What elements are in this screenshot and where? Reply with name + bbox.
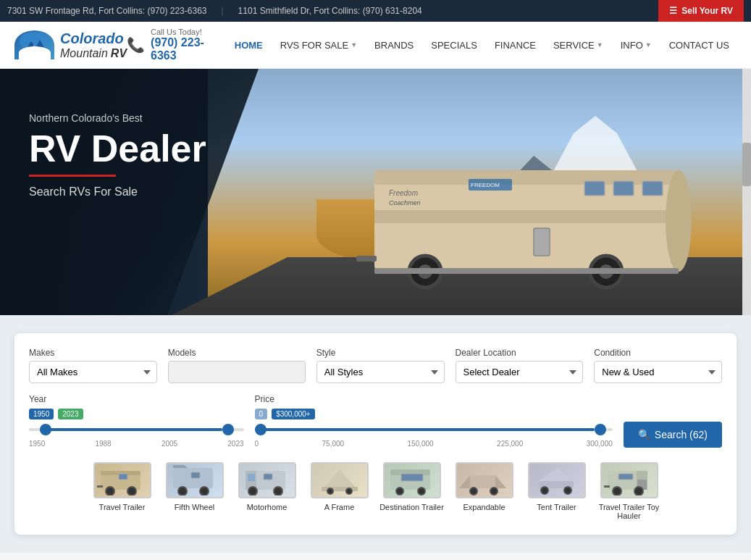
price-thumb-max[interactable]	[595, 424, 606, 435]
hero-cta-link[interactable]: Search RVs For Sale	[29, 185, 206, 198]
price-values: 0 $300,000+	[255, 409, 613, 419]
dealer-label: Dealer Location	[456, 348, 584, 358]
dealer-select[interactable]: Select Dealer	[456, 361, 584, 383]
search-icon: 🔍	[638, 429, 650, 440]
logo-colorado: Colorado	[60, 30, 127, 47]
nav-contact-us[interactable]: CONTACT US	[662, 35, 737, 55]
year-section: Year 1950 2023 1950 1988 2005 2023	[29, 394, 244, 448]
svg-rect-26	[119, 474, 127, 480]
svg-point-30	[200, 487, 209, 496]
nav-home[interactable]: HOME	[227, 35, 270, 55]
call-label: Call Us Today!	[151, 28, 227, 36]
svg-rect-16	[374, 268, 679, 274]
svg-point-29	[178, 487, 187, 496]
phone-number: (970) 223-6363	[151, 36, 227, 62]
condition-select[interactable]: New & Used	[594, 361, 722, 383]
rvs-dropdown-icon: ▼	[351, 41, 357, 49]
svg-point-36	[274, 487, 282, 496]
service-dropdown-icon: ▼	[597, 41, 603, 49]
logo-rv-text: RV	[111, 47, 127, 60]
hero-subtitle: Northern Colorado's Best	[29, 112, 206, 124]
svg-rect-62	[618, 474, 633, 480]
svg-point-35	[248, 487, 257, 496]
rv-type-motorhome[interactable]: Motorhome	[235, 462, 300, 520]
nav-service[interactable]: SERVICE ▼	[546, 35, 611, 55]
year-thumb-min[interactable]	[40, 424, 51, 435]
sell-rv-button[interactable]: ☰ Sell Your RV	[658, 0, 744, 22]
style-label: Style	[316, 348, 445, 358]
expandable-svg	[459, 465, 510, 496]
tent-trailer-svg	[532, 465, 582, 496]
svg-rect-61	[604, 485, 610, 488]
rv-type-label-toy-hauler: Travel Trailer Toy Hauler	[597, 503, 662, 520]
year-values: 1950 2023	[29, 409, 244, 419]
rv-type-label-expandable: Expandable	[463, 503, 505, 511]
rv-type-label-tent-trailer: Tent Trailer	[537, 503, 576, 511]
hero-content: Northern Colorado's Best RV Dealer Searc…	[29, 112, 206, 198]
year-fill	[40, 428, 222, 431]
svg-marker-28	[173, 465, 188, 468]
year-min-badge: 1950	[29, 409, 54, 419]
svg-rect-7	[613, 181, 634, 196]
rv-type-label-a-frame: A Frame	[324, 503, 355, 511]
svg-rect-25	[97, 485, 103, 488]
svg-text:Coachmen: Coachmen	[389, 199, 421, 206]
rv-type-img-tent-trailer	[528, 462, 586, 498]
svg-point-40	[327, 488, 333, 494]
svg-point-11	[666, 170, 692, 272]
svg-rect-6	[584, 181, 605, 196]
year-thumb-max[interactable]	[222, 424, 234, 435]
logo-icon	[14, 30, 54, 59]
search-section: Makes All Makes Models Style All Styles …	[0, 315, 751, 553]
price-slider[interactable]	[255, 422, 613, 437]
nav-brands[interactable]: BRANDS	[367, 35, 421, 55]
hero-scrollbar[interactable]	[742, 69, 751, 315]
top-bar-addresses: 7301 SW Frontage Rd, Fort Collins: (970)…	[7, 6, 422, 16]
rv-type-a-frame[interactable]: A Frame	[307, 462, 372, 520]
rv-type-destination-trailer[interactable]: Destination Trailer	[379, 462, 445, 520]
svg-text:FREEDOM: FREEDOM	[471, 182, 500, 188]
scrollbar-thumb[interactable]	[742, 143, 751, 186]
search-box: Makes All Makes Models Style All Styles …	[14, 333, 737, 535]
models-label: Models	[168, 348, 306, 358]
rv-type-img-a-frame	[311, 462, 369, 498]
rv-type-travel-trailer[interactable]: Travel Trailer	[90, 462, 155, 520]
search-btn-label: Search (62)	[655, 429, 708, 440]
rv-type-label-destination-trailer: Destination Trailer	[379, 503, 444, 511]
nav-finance[interactable]: FINANCE	[487, 35, 543, 55]
hero-section: Northern Colorado's Best RV Dealer Searc…	[0, 69, 751, 315]
nav-info[interactable]: INFO ▼	[613, 35, 659, 55]
logo-area[interactable]: Colorado Mountain RV	[14, 30, 127, 60]
svg-point-24	[127, 487, 136, 496]
rv-type-expandable[interactable]: Expandable	[452, 462, 517, 520]
header: Colorado Mountain RV 📞 Call Us Today! (9…	[0, 22, 751, 69]
nav-rvs-for-sale[interactable]: RVS FOR SALE ▼	[273, 35, 364, 55]
call-info: Call Us Today! (970) 223-6363	[151, 28, 227, 62]
year-tick-1950: 1950	[29, 440, 45, 448]
svg-rect-47	[470, 475, 495, 488]
makes-select[interactable]: All Makes	[29, 361, 157, 383]
models-input[interactable]	[168, 361, 306, 383]
svg-point-0	[20, 33, 49, 51]
rv-types-row: Travel Trailer Fifth Wheel	[29, 462, 722, 520]
rv-type-fifth-wheel[interactable]: Fifth Wheel	[162, 462, 227, 520]
price-label: Price	[255, 394, 613, 404]
phone-icon: 📞	[127, 36, 145, 54]
rv-type-tent-trailer[interactable]: Tent Trailer	[524, 462, 590, 520]
models-field: Models	[168, 348, 306, 383]
year-tick-2005: 2005	[161, 440, 177, 448]
svg-point-50	[470, 488, 477, 495]
hero-underline	[29, 175, 116, 177]
rv-type-img-toy-hauler	[600, 462, 658, 498]
svg-marker-49	[495, 475, 506, 488]
rv-type-toy-hauler[interactable]: Travel Trailer Toy Hauler	[597, 462, 662, 520]
search-button[interactable]: 🔍 Search (62)	[624, 422, 722, 448]
nav-specials[interactable]: SPECIALS	[424, 35, 484, 55]
price-thumb-min[interactable]	[255, 424, 267, 435]
fifth-wheel-svg	[169, 465, 220, 496]
year-tick-labels: 1950 1988 2005 2023	[29, 440, 244, 448]
address-divider: |	[221, 6, 223, 16]
year-slider[interactable]	[29, 422, 244, 437]
style-field: Style All Styles	[316, 348, 445, 383]
style-select[interactable]: All Styles	[316, 361, 445, 383]
